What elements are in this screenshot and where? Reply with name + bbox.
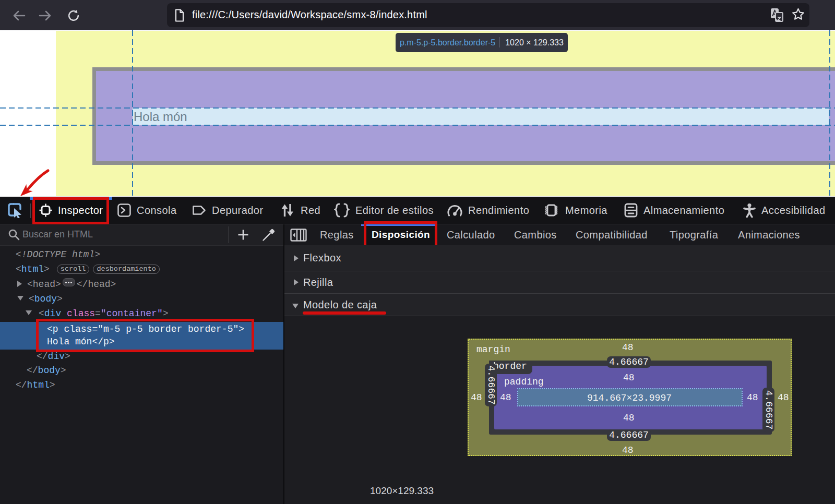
svg-text:4.66667: 4.66667 [764,390,774,430]
svg-text:4.66667: 4.66667 [486,365,496,405]
